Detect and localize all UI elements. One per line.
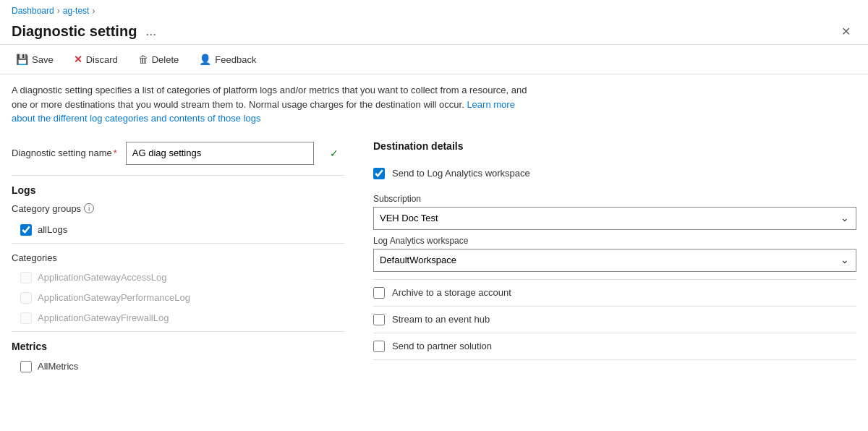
close-button[interactable]: ✕ [835, 22, 856, 41]
subscription-label: Subscription [373, 194, 856, 204]
valid-check-icon: ✓ [330, 148, 339, 159]
info-icon[interactable]: i [84, 203, 94, 213]
subscription-field: Subscription VEH Doc Test [373, 194, 856, 230]
breadcrumb-sep-2: › [92, 6, 95, 16]
page-title: Diagnostic setting [12, 23, 137, 40]
breadcrumb: Dashboard › ag-test › [0, 0, 868, 19]
breadcrumb-dashboard[interactable]: Dashboard [12, 6, 54, 16]
access-log-checkbox[interactable] [20, 272, 32, 283]
firewall-log-row: ApplicationGatewayFirewallLog [12, 308, 344, 328]
divider-1 [12, 175, 344, 176]
all-metrics-label: AllMetrics [38, 361, 78, 372]
required-marker: * [114, 148, 117, 158]
divider-metrics [12, 331, 344, 332]
firewall-log-checkbox[interactable] [20, 312, 32, 324]
event-hub-checkbox[interactable] [373, 314, 385, 325]
breadcrumb-sep-1: › [57, 6, 60, 16]
workspace-select[interactable]: DefaultWorkspace [373, 249, 856, 272]
firewall-log-label: ApplicationGatewayFirewallLog [38, 312, 169, 323]
allLogs-label: allLogs [38, 224, 67, 235]
main-content: Diagnostic setting name* ✓ Logs Category… [0, 135, 868, 432]
discard-label: Discard [86, 54, 118, 65]
discard-icon: ✕ [74, 54, 82, 65]
partner-solution-option: Send to partner solution [373, 333, 856, 360]
categories-label: Categories [12, 247, 344, 268]
allLogs-checkbox[interactable] [20, 224, 32, 236]
event-hub-label: Stream to an event hub [392, 314, 490, 325]
setting-name-row: Diagnostic setting name* ✓ [12, 135, 344, 172]
event-hub-option: Stream to an event hub [373, 307, 856, 333]
logs-section-title: Logs [12, 179, 344, 200]
delete-label: Delete [152, 54, 179, 65]
allLogs-row: allLogs [12, 220, 344, 240]
metrics-section-title: Metrics [12, 335, 344, 357]
storage-account-label: Archive to a storage account [392, 287, 511, 298]
workspace-select-wrapper: DefaultWorkspace [373, 249, 856, 272]
feedback-label: Feedback [215, 54, 256, 65]
toolbar: 💾 Save ✕ Discard 🗑 Delete 👤 Feedback [0, 45, 868, 74]
performance-log-checkbox[interactable] [20, 292, 32, 304]
performance-log-label: ApplicationGatewayPerformanceLog [38, 292, 190, 303]
more-options-button[interactable]: ... [145, 24, 156, 39]
feedback-button[interactable]: 👤 Feedback [195, 51, 260, 68]
save-icon: 💾 [16, 54, 28, 65]
save-label: Save [32, 54, 54, 65]
storage-account-checkbox[interactable] [373, 287, 385, 299]
divider-categories [12, 243, 344, 244]
category-groups-label: Category groups i [12, 200, 344, 220]
log-analytics-subfields: Subscription VEH Doc Test Log Analytics … [373, 187, 856, 280]
page-container: Dashboard › ag-test › Diagnostic setting… [0, 0, 868, 431]
performance-log-row: ApplicationGatewayPerformanceLog [12, 288, 344, 308]
breadcrumb-ag-test[interactable]: ag-test [63, 6, 90, 16]
subscription-select-wrapper: VEH Doc Test [373, 207, 856, 230]
partner-solution-label: Send to partner solution [392, 341, 492, 351]
destination-title: Destination details [373, 135, 856, 161]
delete-icon: 🗑 [138, 54, 148, 65]
setting-name-label: Diagnostic setting name* [12, 148, 117, 158]
partner-solution-checkbox[interactable] [373, 341, 385, 352]
setting-name-input[interactable] [126, 142, 314, 165]
log-analytics-label: Send to Log Analytics workspace [392, 168, 530, 179]
left-panel: Diagnostic setting name* ✓ Logs Category… [12, 135, 344, 432]
description-text: A diagnostic setting specifies a list of… [0, 74, 550, 135]
access-log-label: ApplicationGatewayAccessLog [38, 272, 167, 283]
setting-name-input-wrapper: ✓ [126, 142, 344, 165]
workspace-field: Log Analytics workspace DefaultWorkspace [373, 236, 856, 272]
right-panel: Destination details Send to Log Analytic… [373, 135, 856, 432]
log-analytics-section: Send to Log Analytics workspace Subscrip… [373, 161, 856, 280]
subscription-select[interactable]: VEH Doc Test [373, 207, 856, 230]
storage-account-option: Archive to a storage account [373, 280, 856, 307]
feedback-icon: 👤 [199, 54, 211, 65]
delete-button[interactable]: 🗑 Delete [134, 51, 184, 68]
access-log-row: ApplicationGatewayAccessLog [12, 268, 344, 288]
save-button[interactable]: 💾 Save [12, 51, 58, 68]
workspace-label: Log Analytics workspace [373, 236, 856, 246]
title-bar: Diagnostic setting ... ✕ [0, 19, 868, 45]
log-analytics-option: Send to Log Analytics workspace [373, 161, 856, 187]
all-metrics-row: AllMetrics [12, 357, 344, 377]
discard-button[interactable]: ✕ Discard [69, 51, 122, 68]
log-analytics-checkbox[interactable] [373, 168, 385, 179]
all-metrics-checkbox[interactable] [20, 361, 32, 372]
